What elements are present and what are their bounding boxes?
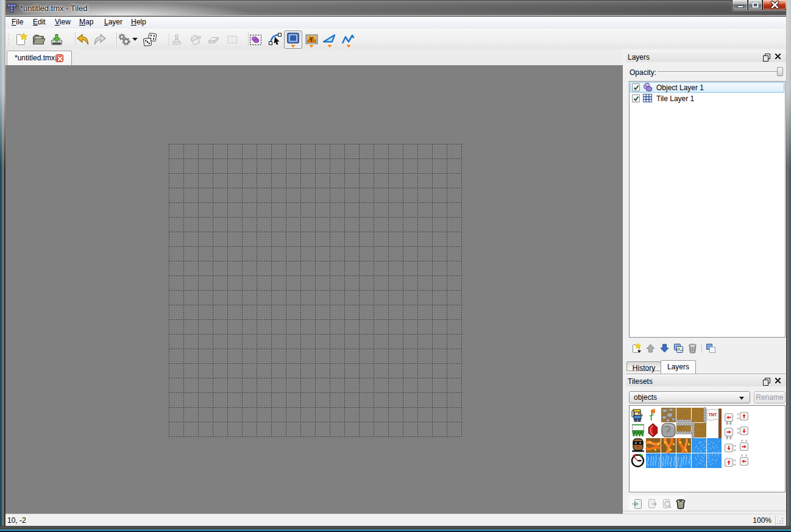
svg-text:TNT: TNT bbox=[709, 413, 717, 417]
